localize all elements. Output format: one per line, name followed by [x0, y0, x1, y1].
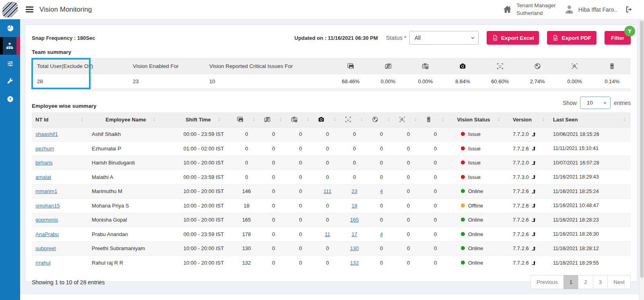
metric-value: 0	[395, 199, 422, 213]
ntid-link[interactable]: rrrahul	[35, 260, 51, 266]
ntid-link[interactable]: mmarim1	[35, 188, 57, 194]
sidebar-item-dashboard[interactable]	[0, 19, 20, 37]
version-value: 7.7.2.6	[513, 188, 529, 194]
metric-value: 0	[368, 199, 395, 213]
face-covered-icon	[519, 62, 556, 70]
show-label: Show	[563, 100, 577, 106]
status-dot	[461, 132, 465, 136]
face-covered-icon	[372, 116, 379, 123]
ntid-link[interactable]: smohan15	[35, 203, 60, 209]
version-upgrade-icon	[531, 260, 537, 266]
sidebar-item-tools[interactable]	[0, 72, 20, 90]
sort-icon[interactable]	[440, 117, 445, 122]
metric-value: 0	[287, 184, 314, 199]
metric-link[interactable]: 4	[380, 188, 383, 194]
version-upgrade-icon	[531, 231, 537, 237]
metric-link[interactable]: 23	[351, 188, 357, 194]
sort-icon[interactable]	[251, 117, 256, 122]
metric-value: 0	[314, 241, 341, 256]
wrench-icon	[6, 78, 14, 85]
status-select[interactable]: All	[409, 31, 479, 45]
sort-icon[interactable]	[278, 117, 283, 122]
tenant-switcher[interactable]: Tenant Manager Sutherland	[502, 2, 556, 16]
sort-icon[interactable]	[152, 117, 157, 122]
filter-button[interactable]: Filter	[605, 31, 631, 45]
sort-icon[interactable]	[359, 117, 364, 122]
metric-value: 0	[314, 156, 341, 170]
updated-on-label: Updated on : 11/16/2021 06:30 PM	[295, 35, 378, 41]
user-menu[interactable]: Hiba Iffat Faro..	[564, 4, 617, 15]
sort-icon[interactable]	[79, 117, 85, 122]
metric-link[interactable]: 132	[350, 260, 359, 266]
metric-link[interactable]: 165	[350, 217, 359, 223]
version-value: 7.7.2.6	[513, 231, 529, 237]
metric-value: 0	[422, 184, 449, 199]
ntid-link[interactable]: amalat	[35, 174, 51, 180]
ntid-link[interactable]: AnaPrabu	[35, 231, 59, 237]
sidebar-item-help[interactable]	[0, 90, 20, 108]
metric-value: 0	[233, 156, 260, 170]
employee-name: Mohana Priya S	[88, 199, 174, 213]
ntid-link[interactable]: pezhum	[35, 146, 54, 152]
status-dot	[461, 189, 465, 193]
metric-link[interactable]: 11	[325, 231, 330, 237]
ntid-link[interactable]: gopmonis	[35, 217, 58, 223]
sort-icon[interactable]	[386, 117, 391, 122]
page-button-3[interactable]: 3	[593, 275, 608, 289]
hamburger-menu-icon[interactable]	[26, 5, 33, 14]
ntid-link[interactable]: shaashif1	[35, 131, 58, 137]
sort-icon[interactable]	[496, 117, 501, 122]
company-logo[interactable]	[0, 0, 20, 19]
metric-value: 0	[422, 227, 449, 242]
sort-icon[interactable]	[332, 117, 337, 122]
page-size-select[interactable]: 10	[580, 97, 611, 109]
employee-row: rrrahul Rahul raj R R 10:00 - 20:00 IST …	[32, 256, 631, 270]
sidebar-item-team-hierarchy[interactable]	[0, 37, 20, 55]
metric-value: 0	[368, 156, 395, 170]
metric-link[interactable]: 18	[351, 203, 357, 209]
metric-value: 0	[395, 156, 422, 170]
face-detection-icon	[345, 116, 352, 123]
camera-disabled-icon	[369, 62, 407, 70]
page-button-1[interactable]: 1	[564, 275, 579, 289]
col-critical-issues: Vision Reported Critical Issues For	[204, 58, 332, 74]
metric-value: 0	[395, 170, 422, 185]
monitoring-card: Snap Frequency : 180Sec Updated on : 11/…	[25, 25, 638, 282]
content-background: Snap Frequency : 180Sec Updated on : 11/…	[20, 19, 644, 294]
vision-status: Online	[468, 231, 483, 237]
export-excel-button[interactable]: Export Excel	[487, 31, 539, 45]
vertical-scrollbar[interactable]	[639, 19, 644, 300]
metric-value: 0	[368, 241, 395, 256]
metric-value: 0	[422, 256, 449, 270]
metric-value: 0	[422, 142, 449, 156]
required-asterisk: *	[404, 35, 407, 41]
percent-value: 0.00%	[407, 74, 444, 88]
previous-page-button[interactable]: Previous	[530, 275, 564, 289]
metric-value: 0	[422, 170, 449, 185]
percent-value: 0.00%	[369, 74, 407, 88]
metric-value: 0	[368, 170, 395, 185]
metric-link[interactable]: 4	[380, 231, 383, 237]
logout-button[interactable]	[625, 6, 633, 13]
sort-icon[interactable]	[217, 117, 222, 122]
metric-link[interactable]: 17	[351, 231, 357, 237]
metric-value: 0	[233, 127, 260, 142]
last-seen: 10/06/2021 18:15:26	[549, 127, 631, 142]
sidebar-item-settings[interactable]	[0, 55, 20, 72]
metric-link[interactable]: 111	[324, 188, 332, 194]
metric-value: 0	[260, 213, 287, 227]
sort-icon[interactable]	[541, 117, 546, 122]
col-vision-status: Vision Status	[457, 117, 490, 123]
sort-icon[interactable]	[305, 117, 310, 122]
scrollbar-thumb[interactable]	[640, 21, 644, 278]
metric-value: 0	[395, 127, 422, 142]
metric-link[interactable]: 130	[350, 245, 359, 251]
next-page-button[interactable]: Next	[607, 275, 631, 289]
export-pdf-button[interactable]: Export PDF	[547, 31, 597, 45]
metric-value: 0	[368, 142, 395, 156]
sort-icon[interactable]	[413, 117, 418, 122]
sort-icon[interactable]	[622, 117, 627, 122]
ntid-link[interactable]: subpreet	[35, 245, 56, 251]
page-button-2[interactable]: 2	[578, 275, 593, 289]
ntid-link[interactable]: birharis	[35, 160, 53, 166]
